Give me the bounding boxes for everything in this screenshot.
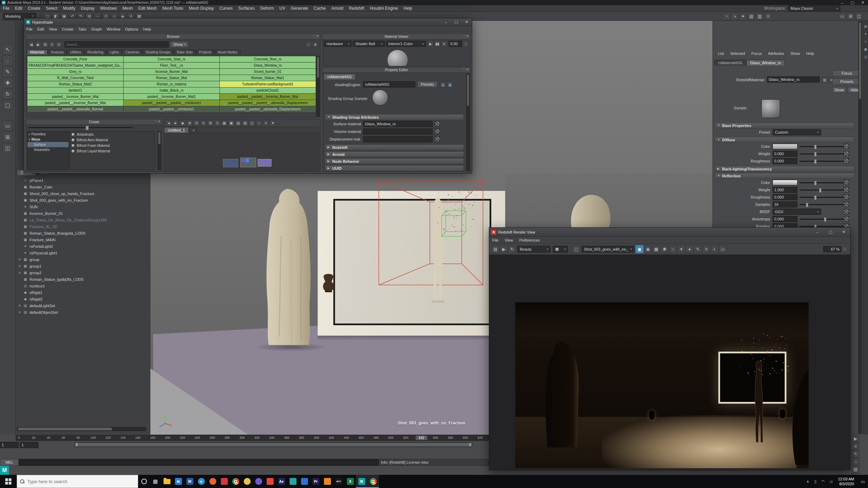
file-explorer-icon[interactable] <box>161 475 173 488</box>
menu-mesh-tools[interactable]: Mesh Tools <box>160 5 186 11</box>
ae-slider-roughness[interactable] <box>800 197 848 198</box>
outliner-item-group1[interactable]: ⊞▦group1 <box>16 263 149 269</box>
section-arnold[interactable]: ▶Arnold <box>325 151 464 157</box>
ae-tab-rsmaterial4sg[interactable]: rsMaterial4SG <box>714 60 746 66</box>
menu-cache[interactable]: Cache <box>311 5 328 11</box>
shading-engine-field[interactable]: rsMaterial4SG <box>363 81 415 87</box>
close-button[interactable]: ✕ <box>858 0 868 5</box>
redshift-close-button[interactable]: ✕ <box>837 228 850 236</box>
aov-layers-icon[interactable]: ≡ <box>702 245 710 253</box>
section-diffuse[interactable]: ▼Diffuse <box>715 137 854 143</box>
sidebar-attr-icon[interactable]: ▭ <box>838 12 846 20</box>
material-swatch-particlecloud1[interactable]: particleCloud1 <box>220 87 316 94</box>
two-pane-layout-icon[interactable]: ◫ <box>2 143 13 153</box>
material-override-icon[interactable]: ● <box>686 245 693 253</box>
cortana-icon[interactable] <box>138 475 150 488</box>
range-end-handle[interactable] <box>469 443 471 446</box>
node-network-icon[interactable]: ▦ <box>447 82 453 88</box>
white-balance-icon[interactable]: ○ <box>669 245 677 253</box>
grid-toggle-icon[interactable]: ▧ <box>242 120 248 126</box>
property-editor-tab[interactable]: rsMaterial4SG <box>324 74 356 79</box>
teal-app-icon[interactable] <box>287 475 299 488</box>
menu-file[interactable]: File <box>0 5 12 11</box>
outliner-item-shoot-002-close-up-hands-fracture[interactable]: ▣Shoot_002_close_up_hands_Fracture <box>16 190 149 197</box>
pe-presets-button[interactable]: Presets <box>417 81 437 87</box>
menu-edit[interactable]: Edit <box>12 5 25 11</box>
edge-icon[interactable]: e <box>195 475 207 488</box>
snap-nodes-icon[interactable]: ◫ <box>249 120 255 126</box>
create-item-bifrost-aero-material[interactable]: Bifrost Aero Material <box>70 137 155 143</box>
render-settings-icon[interactable]: ✦ <box>677 245 685 253</box>
channel-box-toggle-icon[interactable]: ≡ <box>764 12 772 20</box>
render-settings-icon[interactable]: ✦ <box>739 12 747 20</box>
redshift-menu-preferences[interactable]: Preferences <box>516 237 543 243</box>
aov-select[interactable]: Beauty▾ <box>517 246 551 253</box>
swatch-list-icon[interactable]: ≡ <box>49 41 55 48</box>
frame-all-icon[interactable]: ▦ <box>221 120 227 126</box>
word-icon[interactable]: W <box>184 475 195 488</box>
material-swatch-roman-statue-mat[interactable]: Roman_Statue_Mat <box>124 75 220 81</box>
outliner-item-shot-003-goes-with-no-fracture[interactable]: ▣Shot_003_goes_with_no_Fracture <box>16 197 149 203</box>
bookmarks-icon[interactable]: ▼ <box>270 120 276 126</box>
texture-map-button[interactable] <box>844 180 849 185</box>
browser-search-input[interactable] <box>65 41 169 48</box>
hotbox-icon[interactable]: ▤ <box>852 465 859 473</box>
lock-camera-icon[interactable]: ◉ <box>644 245 652 253</box>
material-swatch-floor-test-rs[interactable]: Floor_Test__rs <box>124 62 220 69</box>
forward-icon[interactable]: ▶ <box>35 41 41 48</box>
expander-icon[interactable]: ⊞ <box>18 264 23 268</box>
material-swatch-pasted-pasted-pasted-rsvolume1[interactable]: pasted__pasted__pasted__rsVolume1 <box>124 100 220 106</box>
excel-icon[interactable]: X <box>344 475 356 488</box>
browser-tab-rendering[interactable]: Rendering <box>84 50 107 54</box>
ae-slider-anisotropy[interactable] <box>800 219 848 220</box>
ae-slider-rotation[interactable] <box>800 226 848 227</box>
material-swatch-turbulentflame-usebackground1[interactable]: TurbulentFlame:useBackground1 <box>220 81 316 87</box>
outliner-item-defaultobjectset[interactable]: ⊞▤defaultObjectSet <box>16 309 149 315</box>
ae-slider-roughness[interactable] <box>800 161 848 162</box>
material-swatch-incense-burner-mat[interactable]: Incense_Burner_Mat <box>124 69 220 75</box>
start-render-icon[interactable]: ▶ <box>500 245 508 253</box>
toggle-swatches-icon[interactable]: ▤ <box>235 120 241 126</box>
preset-select[interactable]: Custom▾ <box>773 129 821 135</box>
battery-icon[interactable]: ▯ <box>812 479 819 484</box>
hypershade-titlebar[interactable]: M Hypershade – ▢ ✕ <box>24 18 472 26</box>
restart-render-icon[interactable]: ↻ <box>508 245 516 253</box>
outliner-item-fracture-al-02[interactable]: ▦Fracture_AL_02 <box>16 223 149 230</box>
four-pane-layout-icon[interactable]: ⊞ <box>2 132 13 142</box>
crop-icon[interactable]: ▢ <box>573 245 580 253</box>
move-tool-icon[interactable]: ✚ <box>2 78 13 88</box>
create-scrollbar[interactable] <box>158 131 161 170</box>
hypershade-menu-options[interactable]: Options <box>123 27 141 32</box>
frame-selected-icon[interactable]: ▣ <box>228 120 234 126</box>
tool-settings-tab-icon[interactable]: ✦ <box>863 31 868 37</box>
material-swatch-roman-rs-materia[interactable]: Roman_rs_materia <box>124 81 220 87</box>
texture-map-button[interactable] <box>844 216 849 221</box>
material-swatch-concrete-floor-rs[interactable]: Concrete_floor_rs <box>220 56 316 62</box>
material-viewer-header[interactable]: Material Viewer⌃ ✕ <box>323 34 470 40</box>
minimize-button[interactable]: – <box>837 0 847 5</box>
show-filter-button[interactable]: Show▾ <box>170 41 189 48</box>
pin-nodes-icon[interactable]: ⊙ <box>214 120 220 126</box>
create-filter-slider[interactable] <box>28 127 133 128</box>
outliner-item-rsportallight2[interactable]: ✦rsPortalLight2 <box>16 243 149 250</box>
hud-toggle-icon[interactable]: ◫ <box>863 53 868 60</box>
task-view-icon[interactable]: ▦ <box>150 475 161 488</box>
maximize-button[interactable]: ▢ <box>847 0 858 5</box>
ae-field-roughness[interactable]: 0.000 <box>773 158 798 164</box>
panel-float-close-icons[interactable]: ⌃ ✕ <box>312 34 319 38</box>
left-statue[interactable] <box>260 187 317 349</box>
start-button[interactable] <box>0 475 17 488</box>
display-layer-icon[interactable]: ▤ <box>748 12 755 20</box>
slider-handle[interactable] <box>814 195 817 200</box>
hypershade-menu-create[interactable]: Create <box>59 27 76 32</box>
ab-compare-icon[interactable]: ◐ <box>711 245 718 253</box>
material-swatch-pasted-pasted-incense-burner-mat[interactable]: pasted__pasted__Incense_Burner_Mat <box>27 100 124 106</box>
outliner-item-nucleus1[interactable]: ◎nucleus1 <box>16 283 149 289</box>
blue-app-icon[interactable] <box>299 475 310 488</box>
hypershade-menu-edit[interactable]: Edit <box>35 27 47 32</box>
sidebar-tool-icon[interactable]: ⊞ <box>847 12 854 20</box>
browser-panel-header[interactable]: Browser⌃ ✕ <box>26 34 320 40</box>
ae-menu-list[interactable]: List <box>715 51 727 56</box>
pe-field-displacement-mat[interactable] <box>363 136 433 142</box>
swatch-popup-icon[interactable]: ▥ <box>440 82 446 88</box>
